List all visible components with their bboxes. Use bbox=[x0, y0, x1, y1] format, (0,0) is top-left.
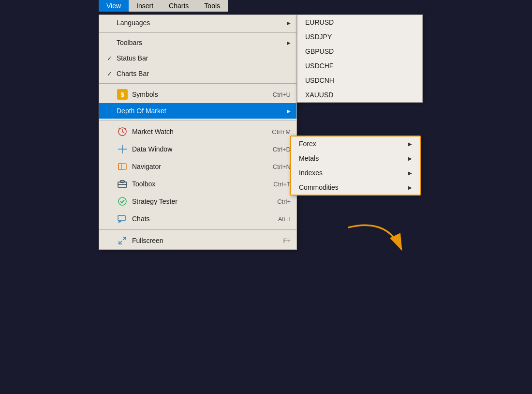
svg-rect-4 bbox=[118, 164, 121, 169]
label-forex: Forex bbox=[299, 140, 316, 148]
label-strategy-tester: Strategy Tester bbox=[132, 197, 267, 205]
menu-bar-charts[interactable]: Charts bbox=[161, 0, 196, 12]
check-navigator bbox=[107, 163, 117, 170]
menu-bar: View Insert Charts Tools bbox=[99, 0, 228, 12]
dollar-icon-inner: $ bbox=[117, 89, 128, 100]
divider-4 bbox=[99, 229, 296, 230]
submenu-categories: Forex ▶ Metals ▶ Indexes ▶ Commodities ▶ bbox=[290, 136, 421, 196]
shortcut-data-window: Ctrl+D bbox=[273, 146, 291, 153]
shortcut-market-watch: Ctrl+M bbox=[272, 128, 291, 136]
chats-icon bbox=[117, 213, 128, 225]
label-symbols: Symbols bbox=[132, 91, 263, 98]
check-fullscreen bbox=[107, 237, 117, 244]
menu-item-charts-bar[interactable]: ✓ Charts Bar bbox=[99, 66, 296, 81]
svg-point-8 bbox=[118, 197, 126, 205]
label-languages: Languages bbox=[117, 19, 283, 27]
submenu-item-xauusd[interactable]: XAUUSD bbox=[297, 88, 422, 102]
submenu-item-metals[interactable]: Metals ▶ bbox=[291, 151, 420, 166]
submenu-dom: EURUSD USDJPY GBPUSD USDCHF USDCNH XAUUS… bbox=[297, 15, 423, 103]
menu-item-market-watch[interactable]: Market Watch Ctrl+M bbox=[99, 123, 296, 140]
toolbox-icon bbox=[117, 178, 128, 190]
label-charts-bar: Charts Bar bbox=[117, 70, 291, 77]
market-watch-icon bbox=[117, 126, 128, 137]
menu-item-depth-of-market[interactable]: Depth Of Market ▶ bbox=[99, 103, 296, 119]
submenu-item-gbpusd[interactable]: GBPUSD bbox=[297, 44, 422, 59]
check-toolbars bbox=[107, 39, 117, 46]
arrow-forex: ▶ bbox=[408, 141, 412, 147]
menu-item-toolbox[interactable]: Toolbox Ctrl+T bbox=[99, 175, 296, 193]
submenu-item-indexes[interactable]: Indexes ▶ bbox=[291, 166, 420, 180]
check-symbols bbox=[107, 91, 117, 98]
fullscreen-icon bbox=[117, 235, 128, 246]
arrow-indexes: ▶ bbox=[408, 170, 412, 176]
check-languages bbox=[107, 19, 117, 27]
menu-item-strategy-tester[interactable]: Strategy Tester Ctrl+ bbox=[99, 193, 296, 210]
label-toolbox: Toolbox bbox=[132, 180, 264, 188]
label-market-watch: Market Watch bbox=[132, 128, 262, 136]
label-metals: Metals bbox=[299, 154, 319, 162]
check-data-window bbox=[107, 146, 117, 153]
label-navigator: Navigator bbox=[132, 163, 263, 170]
svg-line-11 bbox=[123, 237, 126, 240]
menu-item-navigator[interactable]: Navigator Ctrl+N bbox=[99, 158, 296, 175]
shortcut-chats: Alt+I bbox=[278, 215, 291, 223]
label-chats: Chats bbox=[132, 215, 268, 223]
dollar-icon: $ bbox=[117, 89, 128, 100]
arrow-metals: ▶ bbox=[408, 156, 412, 161]
menu-item-chats[interactable]: Chats Alt+I bbox=[99, 210, 296, 227]
label-fullscreen: Fullscreen bbox=[132, 237, 273, 244]
svg-rect-9 bbox=[118, 215, 125, 221]
svg-line-10 bbox=[119, 241, 122, 244]
arrow-languages: ▶ bbox=[287, 20, 291, 26]
label-indexes: Indexes bbox=[299, 169, 323, 177]
strategy-tester-icon bbox=[117, 196, 128, 207]
check-charts-bar: ✓ bbox=[107, 70, 117, 77]
divider-2 bbox=[99, 83, 296, 84]
submenu-item-usdcnh[interactable]: USDCNH bbox=[297, 73, 422, 88]
svg-rect-3 bbox=[118, 164, 126, 169]
menu-bar-insert[interactable]: Insert bbox=[129, 0, 161, 12]
shortcut-toolbox: Ctrl+T bbox=[273, 181, 291, 188]
check-toolbox bbox=[107, 181, 117, 188]
submenu-item-forex[interactable]: Forex ▶ bbox=[291, 136, 420, 151]
arrow-dom: ▶ bbox=[287, 108, 291, 114]
label-status-bar: Status Bar bbox=[117, 54, 291, 62]
check-dom bbox=[107, 107, 117, 115]
submenu-item-usdchf[interactable]: USDCHF bbox=[297, 59, 422, 73]
submenu-item-commodities[interactable]: Commodities ▶ bbox=[291, 180, 420, 195]
annotation-arrow bbox=[348, 223, 416, 261]
label-commodities: Commodities bbox=[299, 183, 339, 191]
menu-item-status-bar[interactable]: ✓ Status Bar bbox=[99, 50, 296, 66]
label-data-window: Data Window bbox=[132, 145, 263, 153]
menu-item-fullscreen[interactable]: Fullscreen F+ bbox=[99, 232, 296, 249]
arrow-toolbars: ▶ bbox=[287, 40, 291, 45]
shortcut-navigator: Ctrl+N bbox=[273, 163, 291, 170]
menu-item-toolbars[interactable]: Toolbars ▶ bbox=[99, 35, 296, 50]
divider-1 bbox=[99, 32, 296, 33]
divider-3 bbox=[99, 121, 296, 121]
menu-item-languages[interactable]: Languages ▶ bbox=[99, 15, 296, 30]
navigator-icon bbox=[117, 161, 128, 172]
shortcut-strategy-tester: Ctrl+ bbox=[277, 198, 291, 205]
menu-item-symbols[interactable]: $ Symbols Ctrl+U bbox=[99, 86, 296, 103]
arrow-commodities: ▶ bbox=[408, 185, 412, 190]
check-market-watch bbox=[107, 128, 117, 136]
check-chats bbox=[107, 215, 117, 223]
svg-rect-6 bbox=[120, 181, 124, 182]
label-toolbars: Toolbars bbox=[117, 39, 283, 46]
menu-item-data-window[interactable]: Data Window Ctrl+D bbox=[99, 140, 296, 158]
menu-bar-view[interactable]: View bbox=[99, 0, 129, 12]
view-dropdown-menu: Languages ▶ Toolbars ▶ ✓ Status Bar ✓ Ch… bbox=[99, 15, 297, 250]
shortcut-symbols: Ctrl+U bbox=[273, 91, 291, 98]
shortcut-fullscreen: F+ bbox=[283, 237, 291, 244]
check-status-bar: ✓ bbox=[107, 55, 117, 62]
menu-bar-tools[interactable]: Tools bbox=[196, 0, 228, 12]
submenu-item-eurusd[interactable]: EURUSD bbox=[297, 15, 422, 30]
check-strategy-tester bbox=[107, 198, 117, 205]
label-depth-of-market: Depth Of Market bbox=[117, 107, 283, 115]
data-window-icon bbox=[117, 143, 128, 155]
submenu-item-usdjpy[interactable]: USDJPY bbox=[297, 30, 422, 44]
